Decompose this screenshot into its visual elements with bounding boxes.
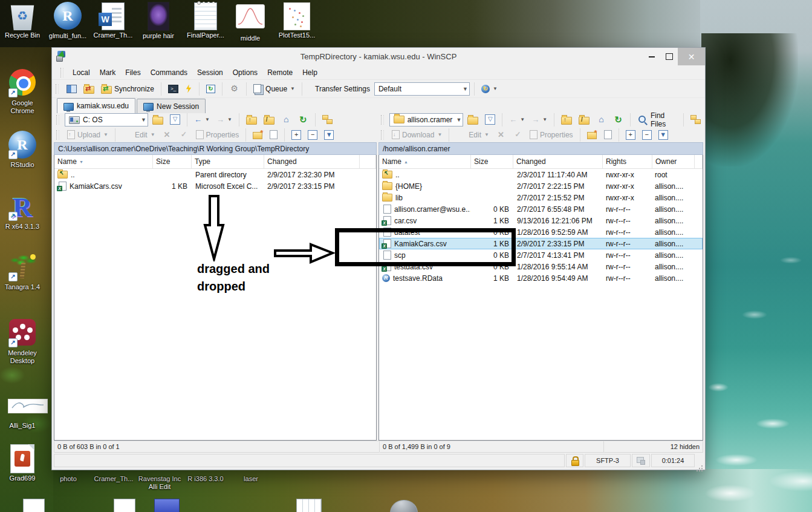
home-directory-button[interactable] xyxy=(594,113,609,127)
new-folder-button[interactable] xyxy=(250,128,265,142)
delete-button[interactable]: ✕ xyxy=(160,128,175,142)
tab-new-session[interactable]: New Session xyxy=(137,99,206,113)
find-files-button[interactable]: Find Files xyxy=(635,113,679,127)
file-row[interactable]: KamiakCars.csv1 KBMicrosoft Excel C...2/… xyxy=(54,180,376,192)
menu-options[interactable]: Options xyxy=(229,67,262,79)
column-header-name[interactable]: Name▲ xyxy=(379,155,471,168)
tree-view-button[interactable] xyxy=(688,113,703,127)
properties-button[interactable]: Properties xyxy=(527,128,576,142)
desktop-icon-plottest[interactable]: PlotTest15... xyxy=(275,1,319,39)
column-header-name[interactable]: Name▼ xyxy=(54,155,153,168)
select-button[interactable]: + xyxy=(289,128,304,142)
desktop-icon-r-x64[interactable]: R R x64 3.1.3 xyxy=(1,192,44,231)
local-path-bar[interactable]: C:\Users\allison.cramer\OneDrive\Teachin… xyxy=(54,142,377,155)
root-directory-button[interactable]: / xyxy=(261,113,277,127)
remote-directory-combo[interactable]: allison.cramer ▼ xyxy=(389,113,464,126)
column-header-size[interactable]: Size xyxy=(471,155,513,168)
column-header-type[interactable]: Type xyxy=(192,155,264,168)
open-directory-button[interactable] xyxy=(150,113,166,127)
forward-button[interactable]: →▼ xyxy=(214,113,235,127)
resize-grip-icon[interactable] xyxy=(697,461,703,467)
preferences-button[interactable] xyxy=(227,82,242,96)
menu-session[interactable]: Session xyxy=(193,67,227,79)
maximize-button[interactable] xyxy=(660,48,678,65)
home-directory-button[interactable] xyxy=(279,113,294,127)
new-file-button[interactable] xyxy=(267,128,280,142)
column-header-changed[interactable]: Changed xyxy=(264,155,360,168)
menu-files[interactable]: Files xyxy=(121,67,145,79)
file-row[interactable]: lib2/7/2017 2:15:52 PMrwxr-xr-xallison..… xyxy=(379,192,703,203)
unselect-button[interactable]: − xyxy=(305,128,320,142)
synchronize-button[interactable]: Synchronize xyxy=(99,82,157,96)
root-directory-button[interactable]: / xyxy=(576,113,592,127)
select-filter-button[interactable]: ▼ xyxy=(656,128,671,142)
file-row[interactable]: ..2/3/2017 11:17:40 AMrwxr-xr-xroot xyxy=(379,169,703,180)
upload-button[interactable]: ↑Upload▼ xyxy=(65,128,111,142)
desktop-icon-finalpaper[interactable]: FinalPaper... xyxy=(184,1,227,39)
menu-help[interactable]: Help xyxy=(298,67,322,79)
refresh-button[interactable] xyxy=(611,113,626,127)
desktop-icon-rstudio[interactable]: R RStudio xyxy=(1,130,44,169)
filter-button[interactable]: ▽ xyxy=(482,113,498,127)
download-button[interactable]: ↓Download▼ xyxy=(389,128,444,142)
select-button[interactable]: + xyxy=(623,128,638,142)
menu-mark[interactable]: Mark xyxy=(96,67,120,79)
desktop-icon-ravenstag[interactable]: Ravenstag Inc Alli Edit xyxy=(138,474,181,491)
filter-button[interactable]: ▽ xyxy=(167,113,183,127)
desktop-icon-laser[interactable]: laser xyxy=(229,474,273,483)
column-header-changed[interactable]: Changed xyxy=(513,155,603,168)
desktop-icon-cramer2[interactable]: Cramer_Th... xyxy=(92,474,135,483)
queue-button[interactable]: Queue▼ xyxy=(251,82,297,96)
file-row[interactable]: car.csv1 KB9/13/2016 12:21:06 PMrw-r--r-… xyxy=(379,215,703,226)
file-row[interactable]: allison.cramer@wsu.e...0 KB2/7/2017 6:55… xyxy=(379,203,703,215)
connection-cell[interactable] xyxy=(632,454,650,467)
column-header-rights[interactable]: Rights xyxy=(603,155,652,168)
transfer-mode-button[interactable]: ▼ xyxy=(479,82,500,96)
file-row[interactable]: {HOME}2/7/2017 2:22:15 PMrwxr-xr-xalliso… xyxy=(379,180,703,192)
new-file-button[interactable] xyxy=(602,128,614,142)
desktop-icon-signature[interactable]: Alli_Sig1 xyxy=(1,390,44,430)
desktop-icon-photo[interactable]: photo xyxy=(47,474,90,483)
properties-button[interactable]: Properties xyxy=(193,128,242,142)
file-row[interactable]: ..Parent directory2/9/2017 2:32:30 PM xyxy=(54,169,376,180)
desktop-icon-tanagra[interactable]: Tanagra 1.4 xyxy=(1,253,44,291)
back-button[interactable]: ←▼ xyxy=(192,113,212,127)
title-bar[interactable]: TempRDirectory - kamiak.wsu.edu - WinSCP… xyxy=(52,48,705,65)
menu-local[interactable]: Local xyxy=(68,67,94,79)
tree-view-button[interactable] xyxy=(320,113,335,127)
column-header-size[interactable]: Size xyxy=(153,155,192,168)
transfer-settings-combo[interactable]: Default ▼ xyxy=(374,82,470,96)
desktop-icon-purple-hair[interactable]: purple hair xyxy=(137,1,180,40)
rename-button[interactable]: ✓ xyxy=(177,128,192,142)
lock-cell[interactable] xyxy=(566,454,583,467)
refresh-button[interactable] xyxy=(296,113,311,127)
select-filter-button[interactable]: ▼ xyxy=(322,128,336,142)
desktop-icon-mendeley[interactable]: Mendeley Desktop xyxy=(1,318,44,365)
tab-kamiak-session[interactable]: kamiak.wsu.edu xyxy=(57,98,135,113)
open-directory-button[interactable] xyxy=(465,113,481,127)
back-button[interactable]: ←▼ xyxy=(507,113,527,127)
file-row[interactable]: testsave.RData1 KB1/28/2016 9:54:49 AMrw… xyxy=(379,272,703,284)
menu-remote[interactable]: Remote xyxy=(263,67,297,79)
forward-button[interactable]: →▼ xyxy=(529,113,550,127)
protocol-cell[interactable]: SFTP-3 xyxy=(585,454,631,467)
refresh-session-button[interactable] xyxy=(204,82,218,96)
desktop-icon-glmulti[interactable]: R glmulti_fun... xyxy=(46,1,89,40)
desktop-icon-cramer-doc[interactable]: W Cramer_Th... xyxy=(91,1,135,39)
column-header-owner[interactable]: Owner xyxy=(652,155,695,168)
compare-panels-button[interactable] xyxy=(64,82,79,96)
remote-path-bar[interactable]: /home/allison.cramer xyxy=(378,142,703,155)
sync-browse-button[interactable] xyxy=(81,82,97,96)
desktop-icon-recycle-bin[interactable]: Recycle Bin xyxy=(1,1,44,39)
local-drive-combo[interactable]: C: OS ▼ xyxy=(65,113,148,126)
parent-directory-button[interactable]: ↑ xyxy=(244,113,259,127)
new-folder-button[interactable] xyxy=(585,128,600,142)
rename-button[interactable]: ✓ xyxy=(510,128,525,142)
console-button[interactable] xyxy=(166,82,181,96)
menu-commands[interactable]: Commands xyxy=(146,67,192,79)
unselect-button[interactable]: − xyxy=(640,128,654,142)
desktop-icon-grad699[interactable]: Grad699 xyxy=(1,444,44,482)
desktop-icon-chrome[interactable]: Google Chrome xyxy=(1,68,44,115)
edit-button[interactable]: Edit▼ xyxy=(120,128,158,142)
desktop-icon-middle[interactable]: middle xyxy=(229,1,272,42)
